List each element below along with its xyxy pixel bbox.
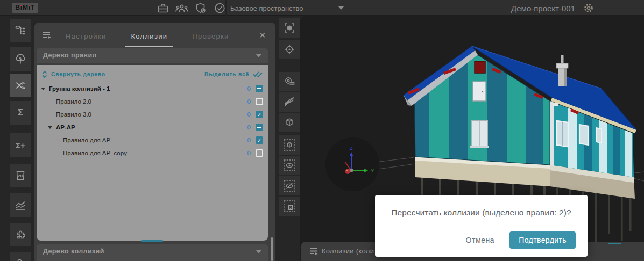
- select-box-button[interactable]: [279, 135, 300, 155]
- sidebar-item-plugins[interactable]: [10, 223, 31, 247]
- sidebar-item-user-check[interactable]: [10, 252, 31, 261]
- model-tree-icon: [14, 24, 27, 37]
- row-expander-icon[interactable]: [41, 88, 45, 90]
- cancel-button[interactable]: Отмена: [465, 236, 494, 244]
- bottom-panel-title: Коллизии (коли: [322, 242, 374, 261]
- sidebar-item-sum[interactable]: Σ: [10, 101, 31, 125]
- collision-count: 0: [247, 85, 251, 92]
- topbar-toolbar: [156, 2, 227, 15]
- briefcase-icon[interactable]: [156, 2, 170, 15]
- collision-count: 0: [247, 137, 251, 143]
- bottom-panel-resize-handle[interactable]: [608, 243, 621, 245]
- select-all-button[interactable]: Выделить всё: [204, 70, 263, 78]
- panel-menu-icon[interactable]: [309, 247, 319, 256]
- rule-checkbox[interactable]: [256, 85, 263, 92]
- locate-button[interactable]: [279, 40, 300, 59]
- panel-header: Настройки Коллизии Проверки ×: [34, 27, 275, 45]
- collisions-tree-title: Дерево коллизий: [43, 248, 104, 255]
- rule-checkbox[interactable]: [256, 124, 263, 131]
- sidebar-item-environment[interactable]: [10, 47, 31, 71]
- check-circle-icon[interactable]: [213, 2, 227, 15]
- tree-row[interactable]: Группа коллизий - 1 0: [37, 82, 268, 95]
- double-check-icon: [252, 70, 263, 78]
- chevron-down-icon: [256, 54, 261, 57]
- panel-menu-icon[interactable]: [42, 31, 52, 40]
- tab-collisions[interactable]: Коллизии: [130, 30, 168, 42]
- space-selector-label: Базовое пространство: [230, 4, 303, 12]
- hide-selection-button[interactable]: [279, 176, 300, 195]
- team-icon[interactable]: [175, 2, 189, 15]
- rule-label: АР-АР: [56, 124, 75, 130]
- clear-selection-icon: [282, 199, 296, 213]
- tree-row[interactable]: Правило для АР 0: [37, 134, 268, 147]
- panel-tabs: Настройки Коллизии Проверки: [65, 30, 230, 42]
- charts-icon: [14, 199, 27, 212]
- row-expander-icon[interactable]: [48, 126, 52, 129]
- collisions-icon: [13, 79, 27, 92]
- attic-window: [475, 61, 485, 73]
- recalculate-dialog: Пересчитать коллизии (выделено правил: 2…: [375, 195, 588, 257]
- settings-gear-icon[interactable]: [583, 2, 595, 14]
- topbar-divider: [225, 0, 227, 16]
- orientation-gizmo[interactable]: Z Y: [325, 137, 379, 191]
- select-box-icon: [282, 138, 296, 152]
- chimney: [556, 55, 568, 86]
- tree-row[interactable]: Правило 2.0 0: [37, 95, 268, 108]
- dialog-actions: Отмена Подтвердить: [465, 231, 576, 249]
- collisions-panel: Настройки Коллизии Проверки × Дерево пра…: [34, 23, 275, 261]
- section-plane-icon: [283, 96, 296, 108]
- sheet-2d-icon: 2D: [14, 169, 27, 182]
- fit-view-button[interactable]: [279, 18, 300, 38]
- collapse-tree-button[interactable]: Свернуть дерево: [41, 70, 105, 78]
- chevron-down-icon: [338, 6, 344, 10]
- section-plane-button[interactable]: [279, 92, 300, 112]
- tab-checks[interactable]: Проверки: [191, 30, 230, 42]
- sum-add-icon: Σ+: [16, 141, 25, 150]
- close-icon[interactable]: ×: [259, 28, 266, 42]
- show-selection-button[interactable]: [279, 156, 300, 175]
- rules-tree-title: Дерево правил: [43, 52, 97, 59]
- tree-row[interactable]: Правило 3.0 0: [37, 108, 268, 121]
- shield-user-icon[interactable]: [194, 2, 208, 15]
- sidebar-item-collisions[interactable]: [10, 74, 31, 97]
- tree-row[interactable]: Правило для АР_copy 0: [37, 147, 268, 160]
- collisions-tree-header[interactable]: Дерево коллизий: [37, 244, 268, 261]
- rule-checkbox[interactable]: [256, 111, 263, 118]
- axis-z-label: Z: [350, 146, 353, 151]
- measure-tape-icon: [283, 75, 296, 88]
- chevron-down-icon: [256, 250, 261, 253]
- panel-resize-handle[interactable]: [141, 240, 163, 242]
- bimit-app: BiMiT: [0, 0, 644, 261]
- panel-scrollbar-thumb[interactable]: [271, 237, 273, 261]
- rules-tree-header[interactable]: Дерево правил: [37, 48, 268, 63]
- gable-door: [473, 82, 486, 101]
- logo-text: BiMiT: [15, 4, 35, 11]
- sidebar-item-charts[interactable]: [10, 193, 31, 217]
- collision-count: 0: [247, 150, 251, 156]
- rules-tree-toolbar: Свернуть дерево Выделить всё: [37, 68, 268, 81]
- sidebar-item-sum-add[interactable]: Σ+: [10, 133, 31, 157]
- environment-tree-icon: [14, 53, 27, 66]
- space-selector[interactable]: Базовое пространство: [230, 0, 344, 16]
- topbar-right: Демо-проект-001: [511, 0, 595, 16]
- rule-label: Правило для АР: [63, 137, 110, 143]
- clear-selection-button[interactable]: [279, 197, 300, 216]
- sum-icon: Σ: [18, 107, 23, 118]
- collision-count: 0: [247, 111, 251, 118]
- sidebar-item-2d[interactable]: 2D: [10, 164, 31, 187]
- measure-button[interactable]: [279, 72, 300, 91]
- tree-row[interactable]: АР-АР 0: [37, 121, 268, 134]
- confirm-button[interactable]: Подтвердить: [509, 231, 576, 249]
- collision-count: 0: [247, 98, 251, 105]
- rules-tree-rows: Группа коллизий - 1 0 Правило 2.0 0 Прав…: [37, 82, 268, 160]
- rule-label: Группа коллизий - 1: [49, 85, 110, 92]
- sidebar-item-model-tree[interactable]: [10, 19, 31, 42]
- rule-label: Правило для АР_copy: [63, 150, 127, 156]
- rule-checkbox[interactable]: [256, 98, 263, 105]
- rule-checkbox[interactable]: [256, 136, 263, 144]
- hide-selection-icon: [282, 179, 296, 193]
- box-3d-button[interactable]: [279, 113, 300, 132]
- fit-view-icon: [283, 21, 296, 34]
- rule-checkbox[interactable]: [256, 149, 263, 157]
- tab-settings[interactable]: Настройки: [65, 30, 107, 42]
